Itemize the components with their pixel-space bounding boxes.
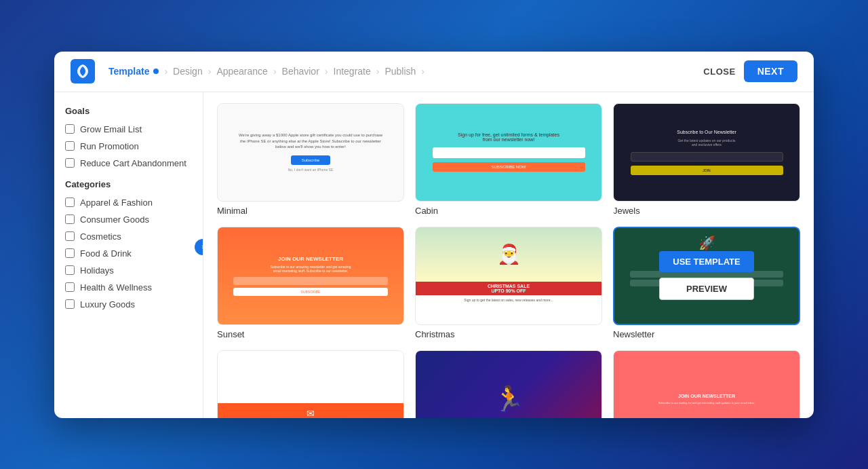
jewels-title: Subscribe to Our Newsletter bbox=[677, 130, 736, 134]
jewels-btn: JOIN bbox=[631, 166, 783, 175]
template-card-cabin[interactable]: Sign up for free, get unlimited forms & … bbox=[415, 103, 602, 216]
bottom1-header: ✉ bbox=[218, 403, 403, 418]
template-thumbnail-bottom1[interactable]: ✉ Subscribe to Our NewsletterGet the lat… bbox=[217, 350, 404, 418]
step-template[interactable]: Template bbox=[108, 66, 159, 77]
goal-run-promotion[interactable]: Run Promotion bbox=[65, 141, 192, 151]
step-integrate[interactable]: Integrate bbox=[334, 66, 371, 77]
template-card-christmas[interactable]: 🎅 CHRISTMAS SALEUPTO 90% OFF Sign up to … bbox=[415, 227, 602, 339]
body: Goals Grow Email List Run Promotion Redu… bbox=[54, 92, 814, 418]
step-appearance[interactable]: Appearance bbox=[216, 66, 268, 77]
template-thumbnail-minimal[interactable]: We're giving away a $1000 Apple store gi… bbox=[217, 103, 404, 202]
cat-luxury[interactable]: Luxury Goods bbox=[65, 299, 192, 309]
step-appearance-label: Appearance bbox=[216, 66, 268, 77]
minimal-thumbnail-text: We're giving away a $1000 Apple store gi… bbox=[239, 132, 382, 149]
chevron-2: › bbox=[208, 66, 212, 77]
cat-apparel-checkbox[interactable] bbox=[65, 198, 75, 207]
template-card-minimal[interactable]: We're giving away a $1000 Apple store gi… bbox=[217, 103, 404, 216]
step-design[interactable]: Design bbox=[173, 66, 203, 77]
template-name-newsletter: Newsletter bbox=[613, 329, 800, 339]
cat-health-label: Health & Wellness bbox=[80, 282, 152, 293]
template-card-bottom1[interactable]: ✉ Subscribe to Our NewsletterGet the lat… bbox=[217, 350, 404, 418]
christmas-text: Sign up to get the latest on sales, new … bbox=[464, 298, 553, 302]
cat-apparel[interactable]: Apparel & Fashion bbox=[65, 198, 192, 208]
template-thumbnail-sunset[interactable]: JOIN OUR NEWSLETTER Subscribe to our ama… bbox=[217, 227, 404, 325]
sunset-text: Subscribe to our amazing newsletter and … bbox=[270, 265, 351, 273]
cat-holidays-checkbox[interactable] bbox=[65, 265, 75, 275]
sunset-btn: SUBSCRIBE bbox=[233, 288, 389, 296]
goal-reduce-cart-checkbox[interactable] bbox=[65, 158, 75, 168]
minimal-link: No, I don't want an iPhone SE bbox=[288, 168, 334, 172]
sunset-input bbox=[233, 277, 389, 285]
goal-run-promotion-checkbox[interactable] bbox=[65, 141, 75, 151]
cat-consumer[interactable]: Consumer Goods bbox=[65, 214, 192, 225]
cat-consumer-label: Consumer Goods bbox=[80, 214, 149, 225]
use-template-button[interactable]: USE TEMPLATE bbox=[659, 251, 754, 272]
template-card-sunset[interactable]: JOIN OUR NEWSLETTER Subscribe to our ama… bbox=[217, 227, 404, 339]
jewels-text: Get the latest updates on our productsan… bbox=[677, 138, 735, 147]
goal-reduce-cart-label: Reduce Cart Abandonment bbox=[80, 158, 186, 168]
template-thumbnail-newsletter[interactable]: 🚀 SUBSCRIBE Subscribe to our newsletter … bbox=[613, 227, 800, 325]
step-publish[interactable]: Publish bbox=[384, 66, 416, 77]
goal-run-promotion-label: Run Promotion bbox=[80, 141, 139, 151]
cat-consumer-checkbox[interactable] bbox=[65, 214, 75, 224]
cat-health[interactable]: Health & Wellness bbox=[65, 282, 192, 293]
cat-food-label: Food & Drink bbox=[80, 248, 132, 259]
cat-luxury-checkbox[interactable] bbox=[65, 299, 75, 309]
cat-health-checkbox[interactable] bbox=[65, 282, 75, 292]
chevron-6: › bbox=[421, 66, 425, 77]
template-card-jewels[interactable]: Subscribe to Our Newsletter Get the late… bbox=[613, 103, 800, 216]
goal-grow-email-checkbox[interactable] bbox=[65, 124, 75, 134]
header: Template › Design › Appearance › Behavio… bbox=[54, 52, 814, 92]
template-name-jewels: Jewels bbox=[613, 206, 800, 216]
header-actions: CLOSE NEXT bbox=[703, 60, 797, 82]
cat-food[interactable]: Food & Drink bbox=[65, 248, 192, 259]
cat-food-checkbox[interactable] bbox=[65, 248, 75, 258]
next-button[interactable]: NEXT bbox=[744, 60, 797, 82]
sunset-title: JOIN OUR NEWSLETTER bbox=[278, 256, 343, 262]
chevron-5: › bbox=[376, 66, 380, 77]
step-template-dot bbox=[153, 69, 159, 74]
cat-apparel-label: Apparel & Fashion bbox=[80, 198, 153, 208]
template-thumbnail-pink[interactable]: JOIN OUR NEWSLETTER Subscribe to our mai… bbox=[613, 350, 800, 418]
cabin-email-input bbox=[433, 147, 585, 158]
goals-section-title: Goals bbox=[65, 106, 192, 116]
envelope-icon: ✉ bbox=[307, 408, 315, 418]
main-content: We're giving away a $1000 Apple store gi… bbox=[203, 92, 814, 418]
template-card-pink[interactable]: JOIN OUR NEWSLETTER Subscribe to our mai… bbox=[613, 350, 800, 418]
christmas-banner: CHRISTMAS SALEUPTO 90% OFF bbox=[416, 282, 601, 295]
template-thumbnail-christmas[interactable]: 🎅 CHRISTMAS SALEUPTO 90% OFF Sign up to … bbox=[415, 227, 602, 325]
close-button[interactable]: CLOSE bbox=[703, 67, 735, 77]
template-card-sports[interactable]: 🏃 bbox=[415, 350, 602, 418]
cat-luxury-label: Luxury Goods bbox=[80, 299, 135, 309]
template-thumbnail-cabin[interactable]: Sign up for free, get unlimited forms & … bbox=[415, 103, 602, 202]
template-card-newsletter[interactable]: 🚀 SUBSCRIBE Subscribe to our newsletter … bbox=[613, 227, 800, 339]
goal-grow-email[interactable]: Grow Email List bbox=[65, 124, 192, 134]
goal-reduce-cart[interactable]: Reduce Cart Abandonment bbox=[65, 158, 192, 168]
chevron-4: › bbox=[325, 66, 328, 77]
pink-title: JOIN OUR NEWSLETTER bbox=[678, 394, 735, 398]
sidebar: Goals Grow Email List Run Promotion Redu… bbox=[54, 92, 203, 418]
minimal-subscribe-btn: Subscribe bbox=[291, 155, 331, 165]
template-thumbnail-sports[interactable]: 🏃 bbox=[415, 350, 602, 418]
template-name-cabin: Cabin bbox=[415, 206, 602, 216]
cat-cosmetics-checkbox[interactable] bbox=[65, 231, 75, 241]
cat-cosmetics-label: Cosmetics bbox=[80, 231, 121, 242]
cabin-thumbnail-text: Sign up for free, get unlimited forms & … bbox=[458, 132, 559, 142]
jewels-input bbox=[631, 152, 783, 162]
template-thumbnail-jewels[interactable]: Subscribe to Our Newsletter Get the late… bbox=[613, 103, 800, 202]
template-name-christmas: Christmas bbox=[415, 329, 602, 339]
step-behavior[interactable]: Behavior bbox=[282, 66, 319, 77]
categories-section-title: Categories bbox=[65, 179, 192, 189]
chevron-1: › bbox=[164, 66, 167, 77]
step-design-label: Design bbox=[173, 66, 203, 77]
step-template-label: Template bbox=[108, 66, 149, 77]
cat-cosmetics[interactable]: Cosmetics bbox=[65, 231, 192, 242]
nav-steps: Template › Design › Appearance › Behavio… bbox=[108, 66, 703, 77]
templates-grid: We're giving away a $1000 Apple store gi… bbox=[217, 103, 800, 418]
pink-text: Subscribe to our mailing list and get in… bbox=[658, 401, 755, 405]
sports-athlete-icon: 🏃 bbox=[494, 385, 524, 413]
sidebar-toggle-button[interactable]: › bbox=[195, 239, 203, 255]
cat-holidays[interactable]: Holidays bbox=[65, 265, 192, 276]
preview-button[interactable]: PREVIEW bbox=[659, 278, 754, 300]
cat-holidays-label: Holidays bbox=[80, 265, 114, 276]
